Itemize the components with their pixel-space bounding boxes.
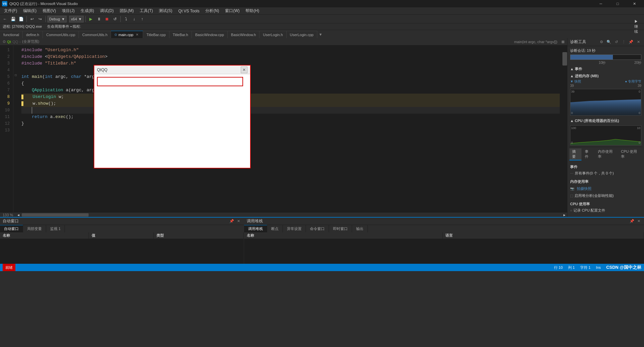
toolbar-step-out-btn[interactable]: ↑ [138,15,146,23]
h-scrollbar-track[interactable] [22,213,561,217]
maximize-btn[interactable]: □ [610,0,625,7]
diag-pin-btn[interactable]: 📌 [628,39,634,45]
minimize-btn[interactable]: ─ [593,0,609,7]
tab-commonutils-cpp[interactable]: CommonUtils.cpp [43,31,79,38]
tab-label-functional: functional [3,33,19,37]
tab-label-userlogin-h: UserLogin.h [263,33,283,37]
tab-basicwindow-h[interactable]: BasicWindow.h [228,31,260,38]
tab-label-define-h: define.h [26,33,39,37]
panel-tab-callstack[interactable]: 调用堆栈 [244,225,267,232]
line-12: 12 [0,120,12,127]
menu-edit[interactable]: 编辑(E) [20,7,39,15]
auto-pin-btn[interactable]: 📌 [229,219,234,224]
minimap-toggle[interactable]: ▦ [561,40,564,43]
diag-search-btn[interactable]: 🔍 [606,39,612,45]
menu-file[interactable]: 文件(F) [1,7,20,15]
menu-project[interactable]: 项目(J) [59,7,77,15]
panel-tab-breakpoints[interactable]: 断点 [267,225,283,232]
tab-userlogin-h[interactable]: UserLogin.h [259,31,286,38]
overlay-window[interactable]: QtQQ ✕ [94,65,251,168]
tab-titlebar-cpp[interactable]: TitleBar.cpp [143,31,170,38]
toolbar-back-btn[interactable]: ← [1,15,9,23]
tab-summary[interactable]: 摘要 [569,148,581,160]
toolbar-pause-btn[interactable]: ⏸ [95,15,103,23]
memory-fast-btn[interactable]: ▼ 快照 [570,79,581,84]
toolbar-sep-4 [120,16,121,22]
auto-window-tabs: 自动窗口 局部变量 监视 1 [0,225,244,232]
memory-value-row: 39 39 [569,84,643,88]
snapshot-btn[interactable]: 拍摄快照 [575,186,593,192]
tab-events[interactable]: 事件 [582,148,594,160]
menu-debug[interactable]: 调试(D) [97,7,116,15]
platform-dropdown[interactable]: x64 ▼ [69,16,84,22]
toolbar-run-btn[interactable]: ▶ [87,15,95,23]
auto-close-btn[interactable]: ✕ [236,219,241,224]
panel-tab-locals[interactable]: 局部变量 [23,225,46,232]
zoom-label[interactable]: 133 % [0,213,16,217]
tab-titlebar-h[interactable]: TitleBar.h [170,31,192,38]
diag-close-btn[interactable]: ✕ [635,39,641,45]
toolbar-step-over-btn[interactable]: ⤵ [122,15,130,23]
toolbar-stop-btn[interactable]: ⏹ [103,15,111,23]
menu-window[interactable]: 窗口(W) [222,7,242,15]
menu-view[interactable]: 视图(V) [40,7,59,15]
menu-qt[interactable]: Qt VS Tools [176,7,202,15]
timeline-tick-2: 20秒 [634,61,641,65]
tab-define-h[interactable]: define.h [23,31,43,38]
toolbar-sep-3 [85,16,86,22]
panel-tab-exceptions[interactable]: 异常设置 [283,225,306,232]
config-dropdown[interactable]: Debug ▼ [47,16,67,22]
editor-scrollbar[interactable] [562,45,567,212]
menu-test[interactable]: 测试(S) [156,7,175,15]
overlay-input-area[interactable] [97,77,243,86]
toolbar-step-in-btn[interactable]: ↓ [130,15,138,23]
process-label: 进程: [27696] QtQQ.exe [3,24,42,29]
tab-memory-usage[interactable]: 内存使用率 [595,148,618,160]
panel-tab-watch1[interactable]: 监视 1 [46,225,65,232]
overlay-close-btn[interactable]: ✕ [241,67,247,73]
tab-more-btn[interactable]: ▼ [317,31,324,38]
tab-userlogin-cpp[interactable]: UserLogin.cpp [287,31,317,38]
tab-commonutils-h[interactable]: CommonUtils.h [79,31,111,38]
menu-team[interactable]: 团队(M) [117,7,136,15]
cpu-section-title: ▲ CPU (所有处理器的百分比) [569,117,643,124]
diag-more-btn[interactable]: ⋮ [621,39,627,45]
collapse-5[interactable]: ⊟ [13,72,18,79]
toolbar-restart-btn[interactable]: ↺ [111,15,119,23]
tab-cpu-usage[interactable]: CPU 使用率 [618,148,642,160]
session-label-row: 诊断会话: 19 秒 [569,47,643,54]
status-bar: 就绪 行 10 列 1 字符 1 Ins CSDN @国中之林 [0,264,644,271]
callstack-close-btn[interactable]: ✕ [636,219,641,224]
tab-functional[interactable]: functional [0,31,23,38]
panel-tab-auto[interactable]: 自动窗口 [0,225,23,232]
diag-settings-btn[interactable]: ⚙ [599,39,605,45]
panel-tab-output[interactable]: 输出 [352,225,368,232]
h-scroll-left[interactable]: ◂ [16,213,21,217]
close-btn[interactable]: ✕ [627,0,642,7]
tab-basicwindow-cpp[interactable]: BasicWindow.cpp [192,31,228,38]
cpu-min-label: 0 [571,141,573,144]
callstack-pin-btn[interactable]: 📌 [629,219,635,224]
continue-btn[interactable]: ▶ 继续 [634,23,641,30]
diag-refresh-btn[interactable]: ↺ [613,39,619,45]
heap-analysis[interactable]: 启用堆分析(会影响性能) [574,193,614,198]
cpu-usage-title: CPU 使用率 [569,200,643,207]
panel-tab-immediate[interactable]: 即时窗口 [329,225,352,232]
toolbar-undo-btn[interactable]: ↩ [28,15,36,23]
panel-tab-command[interactable]: 命令窗口 [306,225,329,232]
tab-close-main-cpp[interactable]: ✕ [135,32,139,37]
toolbar-save-btn[interactable]: 💾 [9,15,17,23]
memory-max-label: 39 [571,90,574,93]
cpu-profile[interactable]: 记录 CPU 配置文件 [573,208,605,213]
line-9: 9 [0,100,12,107]
h-scroll-right[interactable]: ▸ [562,213,567,217]
menu-build[interactable]: 生成(B) [78,7,97,15]
tab-main-cpp[interactable]: ⊙ main.cpp ✕ [111,31,143,38]
menu-help[interactable]: 帮助(H) [243,7,262,15]
toolbar-save-all-btn[interactable]: 📄 [17,15,25,23]
toolbar-redo-btn[interactable]: ↪ [36,15,44,23]
menu-analyze[interactable]: 分析(N) [203,7,222,15]
menu-tools[interactable]: 工具(T) [137,7,155,15]
diagnostics-title: 诊断工具 [570,39,597,45]
line-5: 5 [0,74,12,80]
